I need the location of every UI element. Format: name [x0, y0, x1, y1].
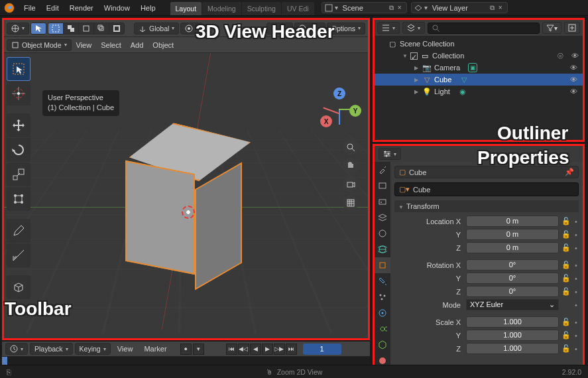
- disclosure-icon[interactable]: ▶: [414, 89, 420, 95]
- prev-key-button[interactable]: ◀◁: [238, 344, 249, 355]
- menu-window[interactable]: Window: [99, 1, 135, 15]
- keyframe-dot[interactable]: •: [573, 261, 579, 269]
- outliner-editor-type[interactable]: ▾: [377, 22, 400, 34]
- tool-rotate[interactable]: [7, 138, 30, 162]
- rotation-z-value[interactable]: 0°: [466, 286, 559, 297]
- menu-edit[interactable]: Edit: [41, 1, 64, 15]
- viewlayer-pin-icon[interactable]: ⧉: [488, 4, 497, 12]
- keyframe-dot[interactable]: •: [573, 218, 579, 225]
- timeline-menu-marker[interactable]: Marker: [139, 342, 171, 355]
- tool-transform[interactable]: [7, 187, 30, 211]
- lock-icon[interactable]: 🔓: [561, 344, 571, 353]
- next-key-button[interactable]: ▷▶: [274, 344, 285, 355]
- pan-button[interactable]: [343, 158, 359, 174]
- autokey-button[interactable]: ●: [180, 344, 192, 355]
- editor-type-dropdown[interactable]: ▾: [7, 23, 29, 34]
- jump-end-button[interactable]: ⏭: [286, 344, 297, 355]
- scene-pin-icon[interactable]: ⧉: [387, 4, 396, 12]
- zoom-button[interactable]: [343, 139, 359, 155]
- select-intersect-icon[interactable]: [94, 23, 109, 34]
- keyframe-dot[interactable]: •: [573, 288, 579, 296]
- cube-row[interactable]: ▶ ▽ Cube ▽ 👁: [375, 74, 583, 86]
- keyframe-dot[interactable]: •: [573, 231, 579, 239]
- gizmo-y-icon[interactable]: Y: [349, 105, 361, 117]
- ptab-physics[interactable]: [375, 305, 390, 321]
- outliner-display-mode[interactable]: ▾: [402, 22, 425, 34]
- scene-browse-icon[interactable]: ▾: [333, 4, 340, 11]
- v3d-menu-add[interactable]: Add: [126, 38, 148, 52]
- viewlayer-browse-icon[interactable]: ▾: [422, 4, 430, 11]
- ptab-particles[interactable]: [375, 289, 390, 305]
- select-subtract-icon[interactable]: [79, 23, 94, 34]
- rotation-mode-value[interactable]: XYZ Euler⌄: [466, 299, 559, 310]
- ptab-constraints[interactable]: [375, 321, 390, 337]
- tab-uvediting[interactable]: UV Edi: [282, 2, 314, 15]
- snap-element-icon[interactable]: ▾: [282, 23, 292, 34]
- ptab-data[interactable]: [375, 337, 390, 353]
- scene-field[interactable]: ▾ Scene ⧉ ×: [322, 2, 407, 13]
- timeline-menu-view[interactable]: View: [113, 342, 138, 355]
- disclosure-icon[interactable]: ▶: [414, 65, 420, 71]
- options-dropdown[interactable]: Options ▾: [327, 23, 365, 34]
- scale-y-value[interactable]: 1.000: [466, 330, 559, 341]
- mode-dropdown[interactable]: Object Mode ▾: [7, 39, 72, 51]
- tool-cursor[interactable]: [7, 82, 30, 105]
- scene-collection-row[interactable]: ▢ Scene Collection: [375, 38, 583, 50]
- tab-modeling[interactable]: Modeling: [202, 2, 241, 15]
- viewport-3d[interactable]: User Perspective (1) Collection | Cube Z…: [4, 53, 368, 338]
- play-button[interactable]: ▶: [262, 344, 273, 355]
- autokey-mode[interactable]: ▾: [193, 344, 204, 355]
- camera-button[interactable]: [343, 176, 359, 192]
- select-cursor-icon[interactable]: [31, 23, 46, 34]
- lock-icon[interactable]: 🔓: [561, 243, 571, 252]
- keyframe-dot[interactable]: •: [573, 301, 579, 309]
- visible-icon[interactable]: 👁: [571, 52, 579, 60]
- proportional-icon[interactable]: [295, 23, 310, 34]
- ptab-modifiers[interactable]: [375, 273, 390, 289]
- snap-target-dropdown[interactable]: ▾: [180, 23, 203, 34]
- location-x-value[interactable]: 0 m: [466, 216, 559, 227]
- visible-icon[interactable]: 👁: [570, 76, 577, 84]
- menu-file[interactable]: File: [19, 1, 41, 15]
- tool-add-cube[interactable]: [7, 275, 30, 299]
- tab-sculpting[interactable]: Sculpting: [242, 2, 281, 15]
- snap-magnet-icon[interactable]: [267, 23, 282, 34]
- scale-x-value[interactable]: 1.000: [466, 316, 559, 328]
- lock-icon[interactable]: 🔓: [561, 318, 571, 326]
- ptab-tool[interactable]: [375, 162, 390, 178]
- timeline-editor-type[interactable]: ▾: [5, 343, 28, 355]
- tool-annotate[interactable]: [7, 219, 30, 243]
- rotation-x-value[interactable]: 0°: [466, 259, 559, 271]
- location-z-value[interactable]: 0 m: [466, 242, 559, 253]
- visible-icon[interactable]: 👁: [570, 64, 577, 72]
- viewlayer-close-icon[interactable]: ×: [497, 4, 504, 11]
- menu-render[interactable]: Render: [64, 1, 99, 15]
- ptab-scene[interactable]: [375, 225, 390, 241]
- pin-icon[interactable]: 📌: [565, 168, 574, 176]
- lock-icon[interactable]: 🔓: [561, 261, 571, 269]
- lock-icon[interactable]: 🔓: [561, 287, 571, 296]
- ptab-object[interactable]: [375, 257, 390, 273]
- new-collection-button[interactable]: [564, 22, 580, 34]
- breadcrumb[interactable]: ▢ Cube 📌: [394, 166, 579, 178]
- tool-measure[interactable]: [7, 243, 30, 267]
- keyframe-dot[interactable]: •: [573, 318, 579, 326]
- visible-icon[interactable]: 👁: [570, 88, 577, 95]
- ptab-viewlayer[interactable]: [375, 210, 390, 225]
- orientation-dropdown[interactable]: Global ▾: [134, 23, 179, 34]
- disclosure-icon[interactable]: ▼: [402, 53, 408, 59]
- current-frame[interactable]: 1: [303, 344, 341, 355]
- select-box-icon[interactable]: [48, 23, 64, 34]
- keyframe-dot[interactable]: •: [573, 275, 579, 283]
- v3d-menu-select[interactable]: Select: [96, 38, 126, 52]
- menu-help[interactable]: Help: [135, 1, 161, 15]
- ortho-button[interactable]: [343, 195, 359, 211]
- keyframe-dot[interactable]: •: [573, 332, 579, 340]
- ptab-world[interactable]: [375, 241, 390, 257]
- object-name-field[interactable]: ▢▾ Cube: [394, 182, 579, 196]
- disclosure-icon[interactable]: ▶: [414, 77, 420, 83]
- gizmo-x-icon[interactable]: X: [320, 115, 332, 127]
- tool-select-box[interactable]: [7, 57, 30, 81]
- viewlayer-field[interactable]: ▾ View Layer ⧉ ×: [411, 2, 508, 13]
- select-extend-icon[interactable]: [64, 23, 79, 34]
